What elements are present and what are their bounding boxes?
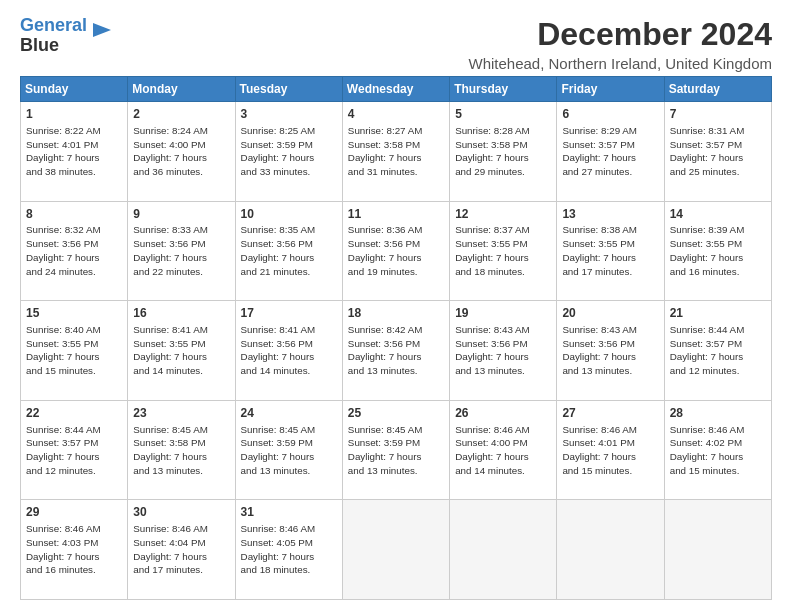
day-number: 24 — [241, 405, 337, 422]
table-row: 3Sunrise: 8:25 AM Sunset: 3:59 PM Daylig… — [235, 102, 342, 202]
day-info: Sunrise: 8:46 AM Sunset: 4:02 PM Dayligh… — [670, 423, 766, 478]
day-info: Sunrise: 8:46 AM Sunset: 4:05 PM Dayligh… — [241, 522, 337, 577]
main-title: December 2024 — [468, 16, 772, 53]
calendar-week-row: 15Sunrise: 8:40 AM Sunset: 3:55 PM Dayli… — [21, 301, 772, 401]
table-row: 19Sunrise: 8:43 AM Sunset: 3:56 PM Dayli… — [450, 301, 557, 401]
table-row: 26Sunrise: 8:46 AM Sunset: 4:00 PM Dayli… — [450, 400, 557, 500]
table-row: 16Sunrise: 8:41 AM Sunset: 3:55 PM Dayli… — [128, 301, 235, 401]
day-number: 23 — [133, 405, 229, 422]
day-info: Sunrise: 8:25 AM Sunset: 3:59 PM Dayligh… — [241, 124, 337, 179]
table-row — [557, 500, 664, 600]
table-row: 17Sunrise: 8:41 AM Sunset: 3:56 PM Dayli… — [235, 301, 342, 401]
day-number: 20 — [562, 305, 658, 322]
day-info: Sunrise: 8:35 AM Sunset: 3:56 PM Dayligh… — [241, 223, 337, 278]
calendar-week-row: 22Sunrise: 8:44 AM Sunset: 3:57 PM Dayli… — [21, 400, 772, 500]
day-number: 7 — [670, 106, 766, 123]
subtitle: Whitehead, Northern Ireland, United King… — [468, 55, 772, 72]
day-number: 13 — [562, 206, 658, 223]
header: GeneralBlue December 2024 Whitehead, Nor… — [20, 16, 772, 72]
day-info: Sunrise: 8:40 AM Sunset: 3:55 PM Dayligh… — [26, 323, 122, 378]
day-number: 17 — [241, 305, 337, 322]
table-row: 24Sunrise: 8:45 AM Sunset: 3:59 PM Dayli… — [235, 400, 342, 500]
table-row: 20Sunrise: 8:43 AM Sunset: 3:56 PM Dayli… — [557, 301, 664, 401]
day-info: Sunrise: 8:29 AM Sunset: 3:57 PM Dayligh… — [562, 124, 658, 179]
table-row: 30Sunrise: 8:46 AM Sunset: 4:04 PM Dayli… — [128, 500, 235, 600]
col-tuesday: Tuesday — [235, 77, 342, 102]
title-block: December 2024 Whitehead, Northern Irelan… — [468, 16, 772, 72]
day-info: Sunrise: 8:43 AM Sunset: 3:56 PM Dayligh… — [455, 323, 551, 378]
table-row: 6Sunrise: 8:29 AM Sunset: 3:57 PM Daylig… — [557, 102, 664, 202]
day-number: 11 — [348, 206, 444, 223]
day-number: 6 — [562, 106, 658, 123]
day-number: 30 — [133, 504, 229, 521]
day-number: 16 — [133, 305, 229, 322]
table-row: 27Sunrise: 8:46 AM Sunset: 4:01 PM Dayli… — [557, 400, 664, 500]
day-number: 9 — [133, 206, 229, 223]
day-info: Sunrise: 8:46 AM Sunset: 4:01 PM Dayligh… — [562, 423, 658, 478]
day-number: 1 — [26, 106, 122, 123]
day-number: 2 — [133, 106, 229, 123]
table-row — [342, 500, 449, 600]
day-info: Sunrise: 8:45 AM Sunset: 3:58 PM Dayligh… — [133, 423, 229, 478]
table-row: 1Sunrise: 8:22 AM Sunset: 4:01 PM Daylig… — [21, 102, 128, 202]
day-info: Sunrise: 8:42 AM Sunset: 3:56 PM Dayligh… — [348, 323, 444, 378]
day-number: 22 — [26, 405, 122, 422]
calendar-week-row: 1Sunrise: 8:22 AM Sunset: 4:01 PM Daylig… — [21, 102, 772, 202]
table-row: 15Sunrise: 8:40 AM Sunset: 3:55 PM Dayli… — [21, 301, 128, 401]
table-row: 22Sunrise: 8:44 AM Sunset: 3:57 PM Dayli… — [21, 400, 128, 500]
day-info: Sunrise: 8:31 AM Sunset: 3:57 PM Dayligh… — [670, 124, 766, 179]
day-info: Sunrise: 8:41 AM Sunset: 3:56 PM Dayligh… — [241, 323, 337, 378]
day-info: Sunrise: 8:24 AM Sunset: 4:00 PM Dayligh… — [133, 124, 229, 179]
day-info: Sunrise: 8:44 AM Sunset: 3:57 PM Dayligh… — [26, 423, 122, 478]
day-number: 3 — [241, 106, 337, 123]
day-info: Sunrise: 8:46 AM Sunset: 4:04 PM Dayligh… — [133, 522, 229, 577]
day-info: Sunrise: 8:45 AM Sunset: 3:59 PM Dayligh… — [348, 423, 444, 478]
day-info: Sunrise: 8:41 AM Sunset: 3:55 PM Dayligh… — [133, 323, 229, 378]
day-number: 19 — [455, 305, 551, 322]
table-row: 13Sunrise: 8:38 AM Sunset: 3:55 PM Dayli… — [557, 201, 664, 301]
col-saturday: Saturday — [664, 77, 771, 102]
logo-text: GeneralBlue — [20, 16, 87, 56]
logo: GeneralBlue — [20, 16, 113, 56]
day-info: Sunrise: 8:33 AM Sunset: 3:56 PM Dayligh… — [133, 223, 229, 278]
day-number: 8 — [26, 206, 122, 223]
day-number: 18 — [348, 305, 444, 322]
day-info: Sunrise: 8:39 AM Sunset: 3:55 PM Dayligh… — [670, 223, 766, 278]
day-info: Sunrise: 8:46 AM Sunset: 4:03 PM Dayligh… — [26, 522, 122, 577]
table-row: 31Sunrise: 8:46 AM Sunset: 4:05 PM Dayli… — [235, 500, 342, 600]
day-number: 29 — [26, 504, 122, 521]
table-row: 12Sunrise: 8:37 AM Sunset: 3:55 PM Dayli… — [450, 201, 557, 301]
table-row: 2Sunrise: 8:24 AM Sunset: 4:00 PM Daylig… — [128, 102, 235, 202]
table-row — [450, 500, 557, 600]
table-row: 18Sunrise: 8:42 AM Sunset: 3:56 PM Dayli… — [342, 301, 449, 401]
day-number: 10 — [241, 206, 337, 223]
table-row: 9Sunrise: 8:33 AM Sunset: 3:56 PM Daylig… — [128, 201, 235, 301]
day-number: 28 — [670, 405, 766, 422]
calendar-week-row: 8Sunrise: 8:32 AM Sunset: 3:56 PM Daylig… — [21, 201, 772, 301]
calendar-header-row: Sunday Monday Tuesday Wednesday Thursday… — [21, 77, 772, 102]
table-row: 8Sunrise: 8:32 AM Sunset: 3:56 PM Daylig… — [21, 201, 128, 301]
table-row: 11Sunrise: 8:36 AM Sunset: 3:56 PM Dayli… — [342, 201, 449, 301]
table-row: 7Sunrise: 8:31 AM Sunset: 3:57 PM Daylig… — [664, 102, 771, 202]
day-number: 21 — [670, 305, 766, 322]
col-wednesday: Wednesday — [342, 77, 449, 102]
table-row: 5Sunrise: 8:28 AM Sunset: 3:58 PM Daylig… — [450, 102, 557, 202]
svg-marker-0 — [93, 23, 111, 37]
day-number: 12 — [455, 206, 551, 223]
day-info: Sunrise: 8:28 AM Sunset: 3:58 PM Dayligh… — [455, 124, 551, 179]
day-number: 5 — [455, 106, 551, 123]
calendar-table: Sunday Monday Tuesday Wednesday Thursday… — [20, 76, 772, 600]
day-info: Sunrise: 8:36 AM Sunset: 3:56 PM Dayligh… — [348, 223, 444, 278]
day-info: Sunrise: 8:43 AM Sunset: 3:56 PM Dayligh… — [562, 323, 658, 378]
day-info: Sunrise: 8:22 AM Sunset: 4:01 PM Dayligh… — [26, 124, 122, 179]
col-thursday: Thursday — [450, 77, 557, 102]
page: GeneralBlue December 2024 Whitehead, Nor… — [0, 0, 792, 612]
day-info: Sunrise: 8:32 AM Sunset: 3:56 PM Dayligh… — [26, 223, 122, 278]
col-monday: Monday — [128, 77, 235, 102]
col-friday: Friday — [557, 77, 664, 102]
col-sunday: Sunday — [21, 77, 128, 102]
day-info: Sunrise: 8:37 AM Sunset: 3:55 PM Dayligh… — [455, 223, 551, 278]
table-row: 10Sunrise: 8:35 AM Sunset: 3:56 PM Dayli… — [235, 201, 342, 301]
calendar-week-row: 29Sunrise: 8:46 AM Sunset: 4:03 PM Dayli… — [21, 500, 772, 600]
day-info: Sunrise: 8:38 AM Sunset: 3:55 PM Dayligh… — [562, 223, 658, 278]
